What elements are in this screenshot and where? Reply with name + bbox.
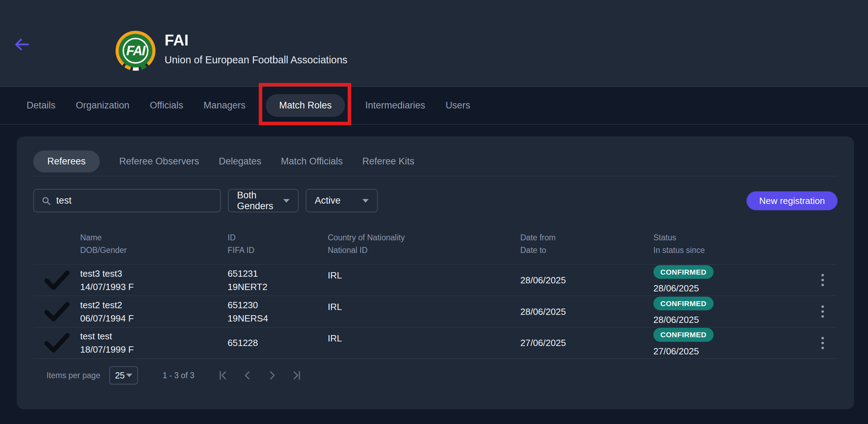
chevron-down-icon (126, 374, 132, 377)
date-cell: 28/06/2025 (520, 274, 653, 287)
in-status-since: 27/06/2025 (653, 345, 699, 358)
status-cell: CONFIRMED 28/06/2025 (653, 265, 807, 295)
tab-details[interactable]: Details (27, 100, 56, 111)
tab-match-roles-label: Match Roles (279, 100, 332, 111)
tab-organization[interactable]: Organization (76, 100, 130, 111)
country-cell: IRL (328, 264, 520, 282)
in-status-since: 28/06/2025 (653, 282, 699, 295)
checkmark-icon (33, 301, 80, 323)
date-cell: 27/06/2025 (520, 336, 653, 349)
previous-page-button[interactable] (241, 368, 255, 382)
status-filter-dropdown[interactable]: Active (306, 189, 378, 212)
subtab-referee-observers[interactable]: Referee Observers (119, 156, 199, 167)
search-box[interactable] (33, 189, 221, 212)
date-cell: 28/06/2025 (520, 305, 653, 318)
chevron-down-icon (362, 199, 369, 203)
last-page-icon (291, 370, 302, 381)
row-actions-kebab-icon[interactable] (821, 274, 824, 286)
status-badge: CONFIRMED (653, 328, 714, 341)
status-badge: CONFIRMED (653, 297, 714, 310)
pagination-bar: Items per page 25 1 - 3 of 3 (33, 366, 838, 384)
new-registration-button[interactable]: New registration (747, 191, 838, 210)
pagination-range: 1 - 3 of 3 (162, 371, 194, 380)
id-cell: 651231 19NERT2 (228, 267, 328, 294)
referees-table: NameDOB/Gender IDFIFA ID Country of Nati… (33, 231, 838, 359)
country-cell: IRL (328, 296, 520, 313)
content-card: Referees Referee Observers Delegates Mat… (17, 136, 854, 409)
next-page-icon (267, 370, 277, 381)
table-row[interactable]: test3 test3 14/07/1993 F 651231 19NERT2 … (33, 264, 838, 296)
table-header: NameDOB/Gender IDFIFA ID Country of Nati… (33, 231, 838, 264)
first-page-button[interactable] (216, 368, 230, 382)
header-country: Country of NationalityNational ID (328, 231, 520, 256)
subtab-bar: Referees Referee Observers Delegates Mat… (33, 150, 838, 172)
header-id: IDFIFA ID (228, 231, 328, 256)
tab-officials[interactable]: Officials (150, 100, 183, 111)
header-status: StatusIn status since (653, 231, 807, 256)
name-cell: test3 test3 14/07/1993 F (80, 267, 228, 294)
checkmark-icon (33, 332, 80, 354)
id-cell: 651230 19NERS4 (228, 298, 328, 325)
status-cell: CONFIRMED 27/06/2025 (653, 328, 807, 358)
arrow-left-icon (14, 38, 29, 50)
header-name: NameDOB/Gender (80, 231, 228, 256)
search-input[interactable] (56, 195, 213, 206)
chevron-down-icon (283, 199, 290, 203)
status-cell: CONFIRMED 28/06/2025 (653, 297, 807, 326)
id-cell: 651228 (228, 336, 328, 349)
next-page-button[interactable] (265, 368, 279, 382)
subtab-divider (33, 176, 838, 176)
gender-filter-dropdown[interactable]: Both Genders (228, 189, 299, 212)
previous-page-icon (242, 370, 253, 381)
logo-inner-ring: FAI (123, 38, 148, 64)
name-cell: test test 18/07/1999 F (80, 330, 228, 356)
header-date: Date fromDate to (520, 231, 653, 256)
items-per-page-select[interactable]: 25 (109, 366, 138, 384)
subtab-delegates[interactable]: Delegates (219, 156, 262, 167)
tab-managers[interactable]: Managers (203, 100, 245, 111)
tab-users[interactable]: Users (445, 100, 470, 111)
subtab-referees[interactable]: Referees (33, 150, 100, 172)
first-page-icon (218, 370, 228, 381)
subtab-referee-kits[interactable]: Referee Kits (362, 156, 415, 167)
page-subtitle: Union of European Football Associations (165, 54, 347, 66)
row-actions-kebab-icon[interactable] (821, 337, 824, 349)
subtab-match-officials[interactable]: Match Officials (281, 156, 343, 167)
table-row[interactable]: test test 18/07/1999 F 651228 IRL 27/06/… (33, 327, 838, 359)
search-icon (42, 196, 51, 206)
page-title: FAI (165, 31, 347, 49)
table-row[interactable]: test2 test2 06/07/1994 F 651230 19NERS4 … (33, 296, 838, 327)
main-tab-bar: Details Organization Officials Managers … (0, 87, 868, 125)
status-badge: CONFIRMED (653, 265, 714, 279)
app-header: FAI FAI Union of European Football Assoc… (0, 0, 868, 87)
org-header: FAI FAI Union of European Football Assoc… (116, 31, 347, 71)
gender-filter-value: Both Genders (237, 190, 283, 212)
in-status-since: 28/06/2025 (653, 313, 699, 326)
back-button[interactable] (13, 36, 30, 53)
name-cell: test2 test2 06/07/1994 F (80, 298, 228, 325)
filter-row: Both Genders Active New registration (33, 189, 838, 212)
items-per-page-label: Items per page (47, 371, 100, 380)
fai-logo: FAI (116, 31, 155, 71)
tab-intermediaries[interactable]: Intermediaries (365, 100, 425, 111)
items-per-page-value: 25 (115, 370, 125, 381)
tab-match-roles[interactable]: Match Roles (266, 94, 345, 117)
logo-text: FAI (126, 43, 145, 58)
last-page-button[interactable] (290, 368, 304, 382)
row-actions-kebab-icon[interactable] (821, 305, 824, 318)
checkmark-icon (33, 269, 80, 291)
status-filter-value: Active (315, 195, 341, 206)
country-cell: IRL (328, 327, 520, 345)
